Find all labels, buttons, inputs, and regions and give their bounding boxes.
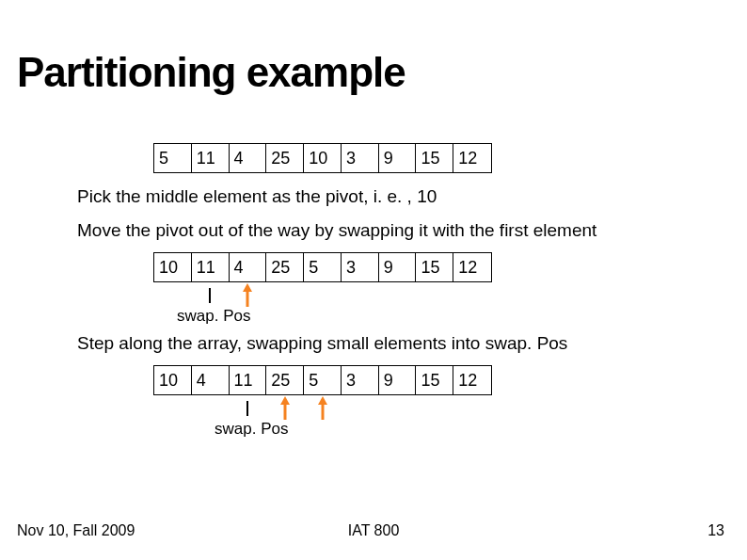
cell: 4 [230,253,267,281]
description-2: Move the pivot out of the way by swappin… [0,220,747,241]
swap-pos-label: swap. Pos [215,420,288,439]
cell: 3 [342,366,379,394]
cell: 10 [154,366,192,394]
annotation-row-2: swap. Pos [0,282,747,329]
footer-page-number: 13 [707,522,724,539]
cell: 5 [154,144,192,172]
cell: 3 [342,144,379,172]
array-2: 10 11 4 25 5 3 9 15 12 [153,252,492,282]
cell: 5 [304,253,342,281]
cell: 9 [379,144,417,172]
slide-title: Partitioning example [17,49,405,96]
array-1: 5 11 4 25 10 3 9 15 12 [153,143,492,173]
svg-marker-7 [318,396,327,405]
cell: 11 [230,366,267,394]
cell: 3 [342,253,379,281]
cell: 10 [304,144,342,172]
svg-marker-5 [280,396,290,405]
array-3: 10 4 11 25 5 3 9 15 12 [153,365,492,395]
cell: 4 [192,366,230,394]
cell: 25 [266,253,304,281]
cell: 11 [192,144,230,172]
cell: 4 [230,144,267,172]
description-3: Step along the array, swapping small ele… [0,333,747,354]
cell: 9 [379,253,417,281]
footer-course: IAT 800 [0,522,747,539]
cell: 12 [453,144,491,172]
cell: 11 [192,253,230,281]
cell: 5 [304,366,342,394]
cell: 12 [453,253,491,281]
cell: 25 [266,144,304,172]
swap-pos-label: swap. Pos [177,307,250,326]
cell: 9 [379,366,417,394]
cell: 25 [266,366,304,394]
description-1: Pick the middle element as the pivot, i.… [0,186,747,207]
svg-marker-2 [243,283,252,292]
cell: 12 [453,366,491,394]
cell: 10 [154,253,192,281]
cell: 15 [416,253,453,281]
slide-content: 5 11 4 25 10 3 9 15 12 Pick the middle e… [0,143,747,442]
cell: 15 [416,144,453,172]
cell: 15 [416,366,453,394]
annotation-row-3: swap. Pos [0,395,747,442]
